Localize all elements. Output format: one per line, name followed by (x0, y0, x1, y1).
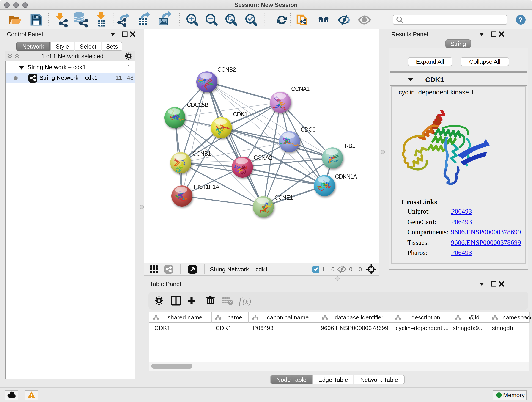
svg-text:CDC25B: CDC25B (187, 102, 208, 108)
svg-text:CCNB1: CCNB1 (192, 150, 211, 157)
svg-text:Memory: Memory (503, 392, 525, 399)
svg-text:CCNE1: CCNE1 (274, 194, 293, 201)
svg-text:RB1: RB1 (345, 143, 355, 149)
svg-text:0 – 0: 0 – 0 (349, 266, 362, 273)
svg-text:HIST1H1A: HIST1H1A (194, 184, 220, 190)
svg-text:?: ? (519, 16, 523, 24)
svg-text:CCNA2: CCNA2 (254, 154, 272, 161)
svg-text:1 – 0: 1 – 0 (322, 266, 335, 273)
svg-text:CCNB2: CCNB2 (217, 66, 236, 73)
svg-text:f: f (239, 295, 243, 306)
svg-text:1 of 1 Network selected: 1 of 1 Network selected (41, 53, 104, 60)
svg-text:CCNA1: CCNA1 (291, 85, 310, 92)
svg-text:(x): (x) (242, 297, 251, 306)
svg-text:CDK1: CDK1 (233, 111, 247, 117)
svg-text:CDC6: CDC6 (301, 126, 315, 133)
svg-text:CDK1: CDK1 (425, 76, 444, 83)
svg-text:String Network – cdk1: String Network – cdk1 (210, 266, 268, 273)
svg-text:CDKN1A: CDKN1A (335, 173, 357, 180)
